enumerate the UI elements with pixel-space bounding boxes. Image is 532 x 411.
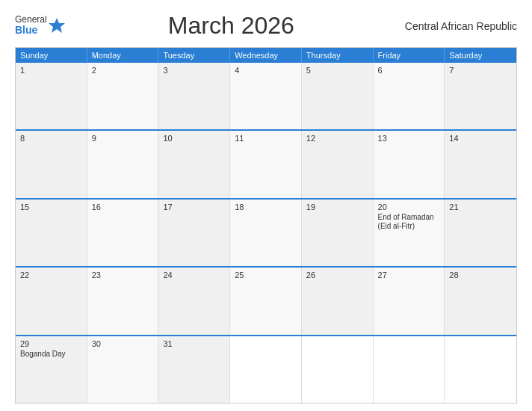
logo: General Blue	[15, 15, 65, 37]
cell-date-number: 1	[20, 66, 82, 75]
calendar-title: March 2026	[65, 12, 398, 40]
cell-4-1: 22	[16, 268, 87, 334]
cell-5-5	[302, 336, 374, 403]
week-4: 22232425262728	[16, 266, 516, 334]
cell-4-3: 24	[158, 268, 230, 334]
cell-event-text: Boganda Day	[20, 350, 82, 359]
cell-2-3: 10	[158, 131, 230, 197]
cell-date-number: 30	[92, 339, 154, 348]
header-saturday: Saturday	[445, 48, 516, 63]
cell-date-number: 25	[235, 271, 297, 279]
cell-date-number: 7	[449, 66, 512, 75]
cell-5-2: 30	[87, 336, 159, 403]
cell-2-4: 11	[230, 131, 302, 197]
week-5: 29Boganda Day3031	[16, 335, 516, 403]
cell-5-4	[230, 336, 302, 403]
week-3: 151617181920End of Ramadan(Eid al-Fitr)2…	[16, 198, 516, 266]
header-thursday: Thursday	[302, 48, 374, 63]
cell-date-number: 13	[378, 134, 440, 143]
header: General Blue March 2026 Central African …	[15, 12, 517, 40]
calendar-grid: Sunday Monday Tuesday Wednesday Thursday…	[15, 47, 517, 404]
cell-date-number: 23	[92, 271, 154, 279]
cell-date-number: 26	[306, 271, 368, 279]
cell-3-2: 16	[87, 200, 159, 266]
country-name: Central African Republic	[398, 20, 517, 32]
cell-2-7: 14	[445, 131, 516, 197]
cell-date-number: 31	[163, 339, 225, 348]
calendar-page: General Blue March 2026 Central African …	[0, 0, 532, 411]
cell-5-6	[374, 336, 445, 403]
week-1: 1234567	[16, 63, 516, 129]
cell-date-number: 10	[163, 134, 225, 143]
cell-4-6: 27	[374, 268, 445, 334]
cell-date-number: 2	[92, 66, 154, 75]
cell-date-number: 27	[378, 271, 440, 279]
cell-date-number: 22	[20, 271, 82, 279]
header-sunday: Sunday	[16, 48, 87, 63]
cell-1-4: 4	[230, 63, 302, 129]
cell-date-number: 15	[20, 203, 82, 211]
cell-3-4: 18	[230, 200, 302, 266]
cell-2-5: 12	[302, 131, 374, 197]
cell-date-number: 17	[163, 203, 225, 211]
header-wednesday: Wednesday	[230, 48, 302, 63]
cell-2-1: 8	[16, 131, 87, 197]
cell-4-4: 25	[230, 268, 302, 334]
cell-date-number: 9	[92, 134, 154, 143]
cell-5-3: 31	[158, 336, 230, 403]
cell-2-6: 13	[374, 131, 445, 197]
cell-date-number: 12	[306, 134, 368, 143]
logo-flag-icon	[49, 17, 65, 34]
cell-3-1: 15	[16, 200, 87, 266]
logo-blue-text: Blue	[15, 25, 47, 36]
weeks-container: 1234567891011121314151617181920End of Ra…	[16, 63, 516, 403]
header-monday: Monday	[87, 48, 159, 63]
cell-date-number: 29	[20, 339, 82, 348]
cell-date-number: 20	[378, 203, 440, 211]
cell-1-5: 5	[302, 63, 374, 129]
cell-4-7: 28	[445, 268, 516, 334]
cell-date-number: 8	[20, 134, 82, 143]
svg-marker-0	[49, 18, 65, 33]
cell-date-number: 19	[306, 203, 368, 211]
cell-date-number: 16	[92, 203, 154, 211]
cell-date-number: 3	[163, 66, 225, 75]
cell-date-number: 11	[235, 134, 297, 143]
cell-3-3: 17	[158, 200, 230, 266]
cell-3-7: 21	[445, 200, 516, 266]
cell-date-number: 14	[449, 134, 512, 143]
cell-1-3: 3	[158, 63, 230, 129]
header-friday: Friday	[374, 48, 445, 63]
cell-3-6: 20End of Ramadan(Eid al-Fitr)	[374, 200, 445, 266]
cell-3-5: 19	[302, 200, 374, 266]
cell-1-2: 2	[87, 63, 159, 129]
cell-date-number: 5	[306, 66, 368, 75]
cell-5-1: 29Boganda Day	[16, 336, 87, 403]
cell-date-number: 21	[449, 203, 512, 211]
cell-1-6: 6	[374, 63, 445, 129]
week-2: 891011121314	[16, 129, 516, 197]
cell-date-number: 4	[235, 66, 297, 75]
cell-date-number: 28	[449, 271, 512, 279]
day-headers-row: Sunday Monday Tuesday Wednesday Thursday…	[16, 48, 516, 63]
cell-4-2: 23	[87, 268, 159, 334]
cell-1-1: 1	[16, 63, 87, 129]
cell-2-2: 9	[87, 131, 159, 197]
cell-date-number: 6	[378, 66, 440, 75]
cell-4-5: 26	[302, 268, 374, 334]
cell-5-7	[445, 336, 516, 403]
header-tuesday: Tuesday	[158, 48, 230, 63]
cell-event-text: End of Ramadan(Eid al-Fitr)	[378, 213, 440, 231]
cell-date-number: 18	[235, 203, 297, 211]
cell-date-number: 24	[163, 271, 225, 279]
cell-1-7: 7	[445, 63, 516, 129]
